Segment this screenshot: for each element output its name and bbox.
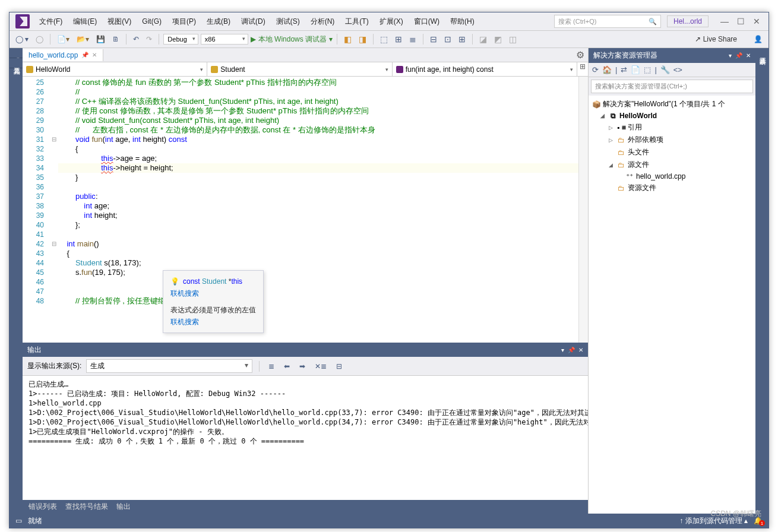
tool-icon-5[interactable]: ≣ [407,33,419,45]
tool-icon-1[interactable]: ◧ [341,33,354,45]
watermark: CSDN @韩曙亮 [710,509,761,519]
out-btn-3[interactable]: ➡ [297,361,308,372]
fold-column[interactable]: ⊟⊟ [50,77,58,343]
solution-tree[interactable]: 📦解决方案"HelloWorld"(1 个项目/共 1 个 ◢⧉HelloWor… [589,96,755,514]
menu-tools[interactable]: 工具(T) [340,14,373,29]
sol-prop-icon[interactable]: 🔧 [660,65,670,74]
nav-func[interactable]: fun(int age, int height) const [393,62,577,76]
menu-view[interactable]: 视图(V) [103,14,136,29]
out-btn-2[interactable]: ⬅ [282,361,292,372]
tool-icon-11[interactable]: ◫ [507,33,519,45]
start-debug-button[interactable]: ▶本地 Windows 调试器 ▾ [251,34,333,45]
sol-showall-icon[interactable]: 📄 [631,65,640,74]
menu-extensions[interactable]: 扩展(X) [375,14,408,29]
tree-references[interactable]: ▷▪◾引用 [590,121,754,134]
bulb-icon[interactable]: 💡 [170,276,179,287]
config-combo[interactable]: Debug [163,34,198,45]
maximize-button[interactable]: ☐ [737,17,745,26]
split-icon[interactable]: ⊞ [577,62,588,76]
solution-title: 解决方案资源管理器 ▾📌✕ [589,48,755,63]
tool-icon-7[interactable]: ⊡ [442,33,454,45]
main-toolbar: ◯ ▾ ◯ 📄▾ 📂▾ 💾 🗎 ↶ ↷ Debug x86 ▶本地 Window… [10,30,768,48]
output-source-combo[interactable]: 生成 [86,359,252,373]
menu-project[interactable]: 项目(P) [167,14,201,29]
nav-scope[interactable]: HelloWorld [23,62,207,76]
output-dropdown-icon[interactable]: ▾ [561,347,564,353]
sol-refresh-icon[interactable]: ⬚ [644,65,651,74]
file-tab-active[interactable]: hello_world.cpp 📌 ✕ [23,49,103,61]
save-all-button[interactable]: 🗎 [110,34,122,45]
redo-button[interactable]: ↷ [144,34,154,45]
status-icon: ▭ [15,517,22,525]
tool-icon-9[interactable]: ◪ [477,33,489,45]
tool-icon-3[interactable]: ⬚ [378,33,390,45]
tree-project[interactable]: ◢⧉HelloWorld [590,110,754,121]
search-input[interactable]: 搜索 (Ctrl+Q) 🔍 [554,15,661,28]
forward-button[interactable]: ◯ [33,34,46,45]
diagnostic-tools-tab[interactable]: 诊断工具 [755,48,768,58]
output-pin-icon[interactable]: 📌 [568,347,575,353]
undo-button[interactable]: ↶ [131,34,141,45]
back-button[interactable]: ◯ ▾ [13,34,31,45]
nav-class[interactable]: Student [207,62,392,76]
server-explorer-tab[interactable]: 服务器资源管理器 [10,48,23,58]
close-button[interactable]: ✕ [753,17,760,26]
platform-combo[interactable]: x86 [201,34,248,45]
out-btn-4[interactable]: ✕≣ [312,361,329,372]
tree-solution-root[interactable]: 📦解决方案"HelloWorld"(1 个项目/共 1 个 [590,98,754,110]
menu-debug[interactable]: 调试(D) [236,14,270,29]
solution-explorer: 解决方案资源管理器 ▾📌✕ ⟳ 🏠 | ⇄ 📄 ⬚ | 🔧 <> 搜索解决方案资… [588,48,755,514]
tree-sources[interactable]: ◢🗀源文件 [590,159,754,171]
tool-icon-8[interactable]: ⊞ [456,33,468,45]
output-close-icon[interactable]: ✕ [578,347,583,353]
tree-headers[interactable]: 🗀头文件 [590,146,754,159]
feedback-icon[interactable]: 👤 [751,34,765,45]
menu-test[interactable]: 测试(S) [271,14,305,29]
tooltip-link-1[interactable]: 联机搜索 [170,287,256,299]
window-title: Hel...orld [667,15,709,27]
panel-dropdown-icon[interactable]: ▾ [729,52,732,59]
save-button[interactable]: 💾 [94,34,107,45]
sol-sync-icon[interactable]: ⇄ [621,65,627,74]
toolbox-tab[interactable]: 工具箱 [10,58,23,68]
panel-pin-icon[interactable]: 📌 [735,52,742,59]
new-file-button[interactable]: 📄▾ [55,34,72,45]
menu-edit[interactable]: 编辑(E) [68,14,102,29]
tooltip-link-2[interactable]: 联机搜索 [170,316,256,328]
pin-icon[interactable]: 📌 [81,52,88,58]
tree-source-file[interactable]: ⁺⁺hello_world.cpp [590,171,754,182]
status-bar: ▭ 就绪 ↑ 添加到源代码管理 ▴ 🔔1 [10,514,768,528]
close-tab-icon[interactable]: ✕ [92,52,97,58]
tool-icon-2[interactable]: ◨ [356,33,369,45]
sol-home-icon[interactable]: ⟳ [592,65,599,74]
tool-icon-10[interactable]: ◩ [492,33,504,45]
solution-search[interactable]: 搜索解决方案资源管理器(Ctrl+;) [591,80,753,93]
out-btn-5[interactable]: ⊟ [334,361,344,372]
open-button[interactable]: 📂▾ [74,34,91,45]
code-editor[interactable]: 2526272829303132333435363738394041424344… [23,77,588,343]
scroll-indicator[interactable] [578,77,588,343]
menu-window[interactable]: 窗口(W) [409,14,444,29]
sol-home2-icon[interactable]: 🏠 [602,65,612,74]
output-title: 输出 ▾📌✕ [23,343,588,357]
tab-output[interactable]: 输出 [116,502,131,512]
menu-build[interactable]: 生成(B) [202,14,235,29]
menu-analyze[interactable]: 分析(N) [306,14,340,29]
tree-external[interactable]: ▷🗀外部依赖项 [590,134,754,146]
tab-error-list[interactable]: 错误列表 [29,502,57,512]
sol-view-icon[interactable]: <> [673,65,682,74]
tool-icon-4[interactable]: ⊞ [393,33,404,45]
minimize-button[interactable]: — [720,17,729,26]
menu-file[interactable]: 文件(F) [34,14,67,29]
tool-icon-6[interactable]: ⊟ [428,33,439,45]
menu-git[interactable]: Git(G) [137,15,166,28]
out-btn-1[interactable]: ≣ [266,361,277,372]
panel-close-icon[interactable]: ✕ [746,52,751,59]
tab-find-symbol[interactable]: 查找符号结果 [65,502,108,512]
gear-icon[interactable]: ⚙ [573,49,588,61]
vs-logo [15,14,30,28]
liveshare-button[interactable]: ↗ Live Share [695,35,737,43]
tree-resources[interactable]: 🗀资源文件 [590,182,754,194]
menu-help[interactable]: 帮助(H) [445,14,479,29]
output-text[interactable]: 已启动生成… 1>------ 已启动生成: 项目: HelloWorld, 配… [23,376,588,500]
